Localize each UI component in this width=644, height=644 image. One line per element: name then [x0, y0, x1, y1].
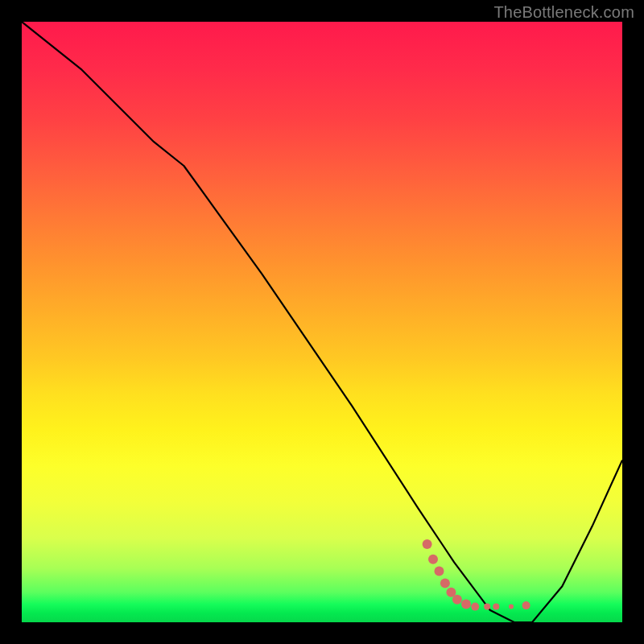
- marker-point: [423, 539, 432, 549]
- marker-point: [522, 601, 530, 609]
- chart-container: TheBottleneck.com: [0, 0, 644, 644]
- marker-point: [428, 555, 438, 564]
- marker-point: [461, 600, 471, 609]
- plot-svg: [22, 22, 622, 622]
- marker-point: [435, 567, 444, 576]
- marker-point: [493, 604, 499, 610]
- marker-point: [452, 595, 462, 605]
- bottleneck-curve: [22, 22, 622, 622]
- marker-point: [440, 579, 450, 588]
- watermark-text: TheBottleneck.com: [493, 3, 634, 22]
- marker-point: [484, 604, 490, 610]
- marker-point: [471, 603, 479, 611]
- marker-point: [509, 605, 514, 609]
- plot-area: [22, 22, 622, 622]
- marker-points-group: [423, 539, 530, 611]
